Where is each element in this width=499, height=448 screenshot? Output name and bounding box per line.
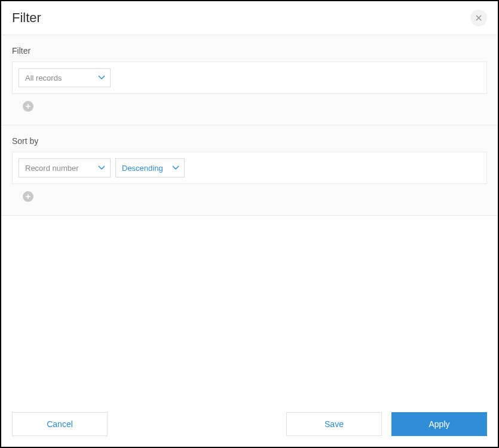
dialog-footer: Cancel Save Apply <box>1 401 498 447</box>
sort-field-select[interactable]: Record number <box>19 158 111 177</box>
apply-button[interactable]: Apply <box>391 412 487 436</box>
footer-right-group: Save Apply <box>286 412 487 436</box>
sort-section: Sort by Record number Descending <box>1 125 498 216</box>
close-icon <box>476 13 482 23</box>
cancel-button[interactable]: Cancel <box>12 412 108 436</box>
filter-section: Filter All records <box>1 35 498 125</box>
filter-row: All records <box>12 62 487 94</box>
sort-section-label: Sort by <box>12 136 487 146</box>
dialog-header: Filter <box>1 1 498 35</box>
sort-row: Record number Descending <box>12 152 487 184</box>
chevron-down-icon <box>172 165 179 170</box>
sort-direction-select[interactable]: Descending <box>115 158 185 177</box>
add-sort-button[interactable] <box>23 191 33 202</box>
chevron-down-icon <box>98 165 105 170</box>
empty-content-area <box>1 216 498 401</box>
chevron-down-icon <box>98 75 105 80</box>
filter-select[interactable]: All records <box>19 68 111 87</box>
close-button[interactable] <box>470 10 487 26</box>
save-button[interactable]: Save <box>286 412 382 436</box>
add-filter-button[interactable] <box>23 101 33 112</box>
sort-field-value: Record number <box>25 164 79 173</box>
plus-icon <box>25 194 31 200</box>
sort-direction-value: Descending <box>122 164 163 173</box>
dialog-title: Filter <box>12 10 41 26</box>
filter-select-value: All records <box>25 73 62 82</box>
plus-icon <box>25 103 31 109</box>
filter-section-label: Filter <box>12 46 487 56</box>
